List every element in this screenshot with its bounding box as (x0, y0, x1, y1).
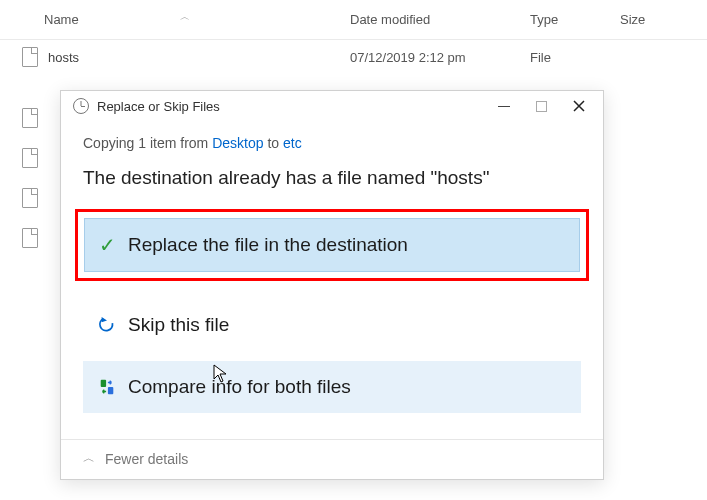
skip-icon (98, 316, 116, 334)
column-type-label: Type (530, 12, 558, 27)
compare-icon (98, 378, 116, 396)
maximize-button[interactable] (536, 101, 547, 112)
file-icon (22, 148, 38, 168)
file-explorer: Name ︿ Date modified Type Size hosts 07/… (0, 0, 707, 74)
conflict-message: The destination already has a file named… (83, 167, 581, 189)
column-date-label: Date modified (350, 12, 430, 27)
fewer-details-label: Fewer details (105, 451, 188, 467)
dialog-body: Copying 1 item from Desktop to etc The d… (61, 121, 603, 421)
options-list: ✓ Replace the file in the destination Sk… (83, 209, 581, 413)
columns-header: Name ︿ Date modified Type Size (0, 0, 707, 40)
copy-source-link[interactable]: Desktop (212, 135, 263, 151)
replace-option[interactable]: ✓ Replace the file in the destination (84, 218, 580, 272)
column-name-label: Name (44, 12, 79, 27)
copy-info: Copying 1 item from Desktop to etc (83, 135, 581, 151)
column-name-header[interactable]: Name ︿ (0, 12, 350, 27)
file-icon (22, 108, 38, 128)
file-icon (22, 47, 38, 67)
file-type: File (530, 50, 620, 65)
ghost-file-icons (22, 108, 38, 268)
file-icon (22, 228, 38, 248)
compare-option-label: Compare info for both files (128, 376, 351, 398)
chevron-up-icon: ︿ (83, 450, 95, 467)
copy-prefix: Copying 1 item from (83, 135, 212, 151)
copy-dest-link[interactable]: etc (283, 135, 302, 151)
minimize-button[interactable] (494, 96, 514, 116)
copy-mid: to (264, 135, 283, 151)
column-type-header[interactable]: Type (530, 12, 620, 27)
checkmark-icon: ✓ (99, 233, 116, 257)
close-button[interactable] (569, 96, 589, 116)
column-size-header[interactable]: Size (620, 12, 707, 27)
replace-skip-dialog: Replace or Skip Files Copying 1 item fro… (60, 90, 604, 480)
replace-option-label: Replace the file in the destination (128, 234, 408, 256)
compare-option[interactable]: Compare info for both files (83, 361, 581, 413)
sort-ascending-icon: ︿ (180, 10, 190, 24)
column-date-header[interactable]: Date modified (350, 12, 530, 27)
dialog-titlebar: Replace or Skip Files (61, 91, 603, 121)
skip-option-label: Skip this file (128, 314, 229, 336)
clock-icon (73, 98, 89, 114)
file-row[interactable]: hosts 07/12/2019 2:12 pm File (0, 40, 707, 74)
skip-option[interactable]: Skip this file (83, 299, 581, 351)
dialog-footer[interactable]: ︿ Fewer details (61, 439, 603, 479)
file-name: hosts (48, 50, 350, 65)
highlight-annotation: ✓ Replace the file in the destination (75, 209, 589, 281)
dialog-title: Replace or Skip Files (97, 99, 486, 114)
svg-rect-0 (101, 380, 106, 387)
column-size-label: Size (620, 12, 645, 27)
svg-rect-1 (108, 387, 113, 394)
file-date: 07/12/2019 2:12 pm (350, 50, 530, 65)
window-controls (494, 96, 595, 116)
file-icon (22, 188, 38, 208)
